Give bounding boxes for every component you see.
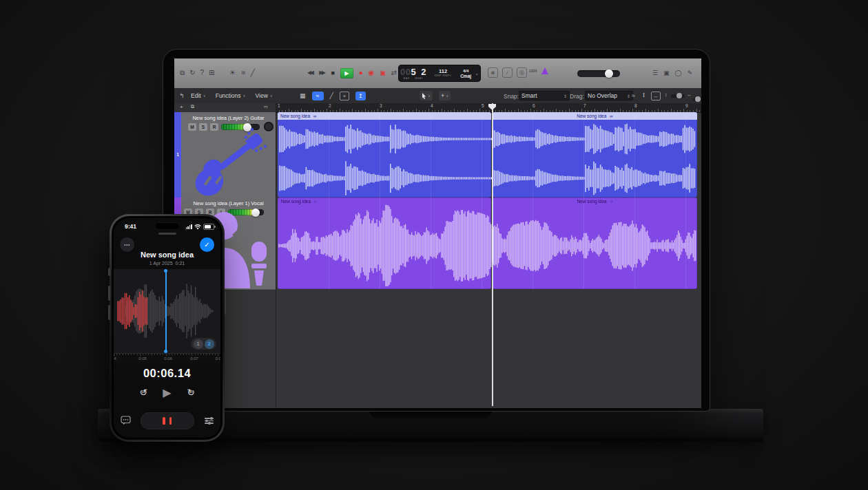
flex-icon[interactable]: × bbox=[340, 92, 349, 100]
crossfade-tool-icon[interactable]: ≈ bbox=[632, 92, 635, 99]
phone-playhead[interactable] bbox=[165, 270, 167, 352]
count-in-icon[interactable]: 1234 bbox=[529, 70, 537, 73]
logic-pro-window: ⧉ ↻ ? ⊞ ☀ ≡ ╱ ◀◀ ▶▶ ■ ▶ ● ◉ ▣ ⇄ 0052 bbox=[174, 58, 701, 408]
text-tool-icon[interactable]: I bbox=[643, 92, 645, 98]
audio-region-vocal-1[interactable] bbox=[278, 198, 491, 289]
playback-options-icon[interactable] bbox=[205, 416, 214, 425]
play-button[interactable]: ▶ bbox=[340, 68, 353, 78]
audio-region-guitar-2[interactable]: New song idea ∞ bbox=[493, 112, 697, 198]
autopunch-icon[interactable]: ∕ bbox=[502, 67, 513, 78]
functions-menu[interactable]: Functions∨ bbox=[216, 92, 246, 99]
transcript-bubble-icon[interactable] bbox=[121, 416, 131, 425]
view-menu[interactable]: View∨ bbox=[256, 92, 273, 99]
sheet-drag-handle[interactable] bbox=[158, 233, 176, 235]
timeline-label: 0:05 bbox=[138, 356, 147, 361]
lcd-bar-label: BAR bbox=[404, 77, 410, 80]
track-header-guitar[interactable]: 1 New song idea (Layer 2) Guitar M S R bbox=[174, 112, 276, 198]
layer-2-button[interactable]: 2 bbox=[205, 339, 214, 349]
phone-play-button[interactable]: ▶ bbox=[163, 386, 171, 400]
lcd-bar-value: 5 bbox=[411, 67, 417, 76]
horizontal-zoom-knob[interactable] bbox=[695, 96, 701, 102]
drag-dropdown[interactable]: No Overlap ⇕ bbox=[585, 91, 633, 100]
header-config-icon[interactable]: ▭ bbox=[264, 104, 268, 109]
dynamic-island bbox=[155, 222, 180, 230]
notepad-icon[interactable]: ✎ bbox=[688, 67, 693, 78]
drag-value: No Overlap bbox=[588, 92, 617, 99]
stop-button[interactable]: ■ bbox=[331, 67, 334, 78]
master-volume-slider[interactable] bbox=[577, 70, 620, 77]
lcd-tempo-value: 112 bbox=[439, 69, 447, 74]
skip-forward-15-button[interactable]: ↻ 15 bbox=[185, 386, 197, 398]
automation-icon[interactable]: ╱ bbox=[330, 92, 333, 99]
voice-memos-screen: 9:41 ••• ✓ New song idea 1 Apr 2025 0:21 bbox=[114, 218, 220, 438]
record-button[interactable]: ● bbox=[359, 67, 363, 78]
horizontal-zoom-slider[interactable] bbox=[693, 98, 701, 101]
audio-region-vocal-2[interactable] bbox=[493, 198, 697, 289]
grid-view-icon[interactable]: ▦ bbox=[300, 92, 306, 99]
snap-dropdown[interactable]: Smart ⇕ bbox=[519, 91, 570, 100]
solo-mode-icon[interactable]: Ⓢ bbox=[517, 67, 527, 78]
done-button[interactable]: ✓ bbox=[200, 237, 214, 252]
cellular-signal-icon bbox=[186, 224, 192, 229]
loop-glyph-icon: ∞ bbox=[313, 114, 317, 118]
lcd-display[interactable]: 0052 BAR BEAT 112 KEEP TEMPO 4/4 Cmaj ⌄ bbox=[398, 65, 481, 82]
skip-forward-label: 15 bbox=[185, 390, 197, 394]
edit-menu[interactable]: Edit∨ bbox=[191, 92, 206, 99]
layer-1-button[interactable]: 1 bbox=[194, 339, 203, 349]
cycle-icon[interactable]: ⇄ bbox=[391, 67, 397, 78]
catch-playhead-button[interactable]: ↥ bbox=[355, 92, 366, 100]
forward-button[interactable]: ▶▶ bbox=[319, 67, 325, 78]
tracks-area-menubar: ↰ Edit∨ Functions∨ View∨ ▦ ≈ ╱ × ↥ ∨ + ∨ bbox=[174, 88, 701, 104]
add-track-button[interactable]: + bbox=[180, 104, 183, 110]
more-options-button[interactable]: ••• bbox=[120, 237, 134, 252]
wifi-icon bbox=[194, 224, 201, 230]
apple-loops-icon[interactable]: ↻ bbox=[189, 67, 195, 78]
quick-help-icon[interactable]: ? bbox=[200, 67, 205, 78]
track-name: New song idea (Layer 2) Guitar bbox=[183, 115, 274, 121]
lcd-time-signature: 4/4 bbox=[463, 69, 468, 73]
secondary-tool-button[interactable]: + ∨ bbox=[439, 91, 451, 100]
record-enable-icon[interactable]: ◉ bbox=[369, 67, 375, 78]
back-icon[interactable]: ↰ bbox=[179, 92, 185, 99]
rewind-button[interactable]: ◀◀ bbox=[307, 67, 313, 78]
region-title-bar: New song idea ∞ bbox=[493, 112, 697, 120]
chevron-down-icon: ∨ bbox=[446, 94, 448, 98]
vertical-zoom-knob[interactable] bbox=[676, 93, 682, 98]
lcd-chevron-icon[interactable]: ⌄ bbox=[475, 71, 479, 76]
laptop-screen-bezel: ⧉ ↻ ? ⊞ ☀ ≡ ╱ ◀◀ ▶▶ ■ ▶ ● ◉ ▣ ⇄ 0052 bbox=[163, 50, 710, 411]
duplicate-track-button[interactable]: ⧉ bbox=[191, 104, 194, 109]
phone-bezel: 9:41 ••• ✓ New song idea 1 Apr 2025 0:21 bbox=[112, 216, 223, 440]
region-view-button[interactable]: ≈ bbox=[312, 92, 324, 100]
mixer-icon[interactable]: ≡ bbox=[238, 71, 249, 75]
layer-switcher[interactable]: 1 2 bbox=[191, 338, 216, 350]
pause-recording-button[interactable] bbox=[141, 412, 194, 429]
junction-icon[interactable]: ↔ bbox=[651, 92, 661, 100]
loop-glyph-icon: ○ bbox=[610, 199, 612, 204]
inspector-icon[interactable]: ⊞ bbox=[209, 67, 214, 78]
timeline-ruler[interactable]: 4 0:05 0:06 0:07 0:0 bbox=[114, 353, 220, 363]
electric-guitar-icon bbox=[177, 122, 273, 198]
loop-browser-icon[interactable]: ◯ bbox=[675, 67, 682, 78]
vertical-zoom-slider[interactable] bbox=[671, 94, 685, 98]
low-latency-icon[interactable]: ⊗ bbox=[488, 67, 498, 78]
lcd-tempo-mode: KEEP TEMPO bbox=[435, 75, 452, 78]
capture-recording-icon[interactable]: ▣ bbox=[380, 67, 386, 78]
snap-label: Snap: bbox=[504, 93, 519, 100]
audio-region-guitar-1[interactable]: New song idea ∞ bbox=[278, 112, 491, 198]
master-volume-knob[interactable] bbox=[605, 70, 613, 78]
playhead[interactable] bbox=[492, 103, 493, 406]
metronome-icon[interactable] bbox=[541, 67, 548, 74]
timeline-label: 0:06 bbox=[164, 356, 172, 361]
header-arrange-divider bbox=[276, 103, 276, 408]
smart-controls-icon[interactable]: ☀ bbox=[229, 67, 236, 78]
list-editors-icon[interactable]: ☰ bbox=[652, 67, 658, 78]
editors-icon[interactable]: ▣ bbox=[663, 67, 670, 78]
media-browser-icon[interactable]: ⧉ bbox=[180, 67, 185, 78]
plus-tool-icon: + bbox=[441, 92, 444, 99]
skip-back-15-button[interactable]: ↺ 15 bbox=[137, 386, 149, 398]
pencil-icon[interactable]: ╱ bbox=[251, 67, 255, 78]
elapsed-time-display: 00:06.14 bbox=[114, 367, 220, 380]
pointer-tool-button[interactable]: ∨ bbox=[420, 91, 433, 100]
skip-back-label: 15 bbox=[137, 390, 149, 394]
region-label: New song idea ○ bbox=[281, 199, 317, 204]
